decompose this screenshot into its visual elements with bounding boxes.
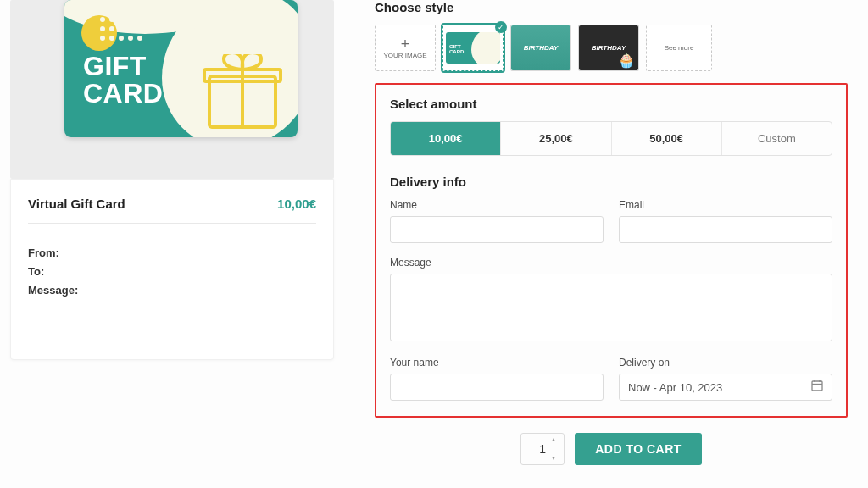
plus-icon: + xyxy=(401,36,410,52)
calendar-icon xyxy=(810,379,824,396)
summary-panel: Virtual Gift Card 10,00€ From: To: Messa… xyxy=(10,179,334,360)
see-more-label: See more xyxy=(665,44,694,52)
qty-up-icon[interactable]: ▴ xyxy=(552,436,560,443)
name-label: Name xyxy=(390,199,604,211)
amount-option-1[interactable]: 25,00€ xyxy=(501,122,611,155)
style-birthday-dark-thumb: BIRTHDAY xyxy=(579,25,638,70)
style-your-image[interactable]: + YOUR IMAGE xyxy=(375,25,436,71)
giftcard-preview: GIFT CARD xyxy=(10,0,334,179)
email-label: Email xyxy=(619,199,832,211)
check-icon: ✓ xyxy=(495,21,507,33)
gift-icon xyxy=(203,54,282,130)
your-image-label: YOUR IMAGE xyxy=(383,52,426,59)
summary-from-label: From: xyxy=(28,244,316,263)
style-see-more[interactable]: See more xyxy=(646,25,712,71)
summary-to-label: To: xyxy=(28,263,316,281)
quantity-stepper[interactable]: 1 ▴ ▾ xyxy=(520,433,565,465)
your-name-label: Your name xyxy=(390,357,604,369)
add-to-cart-button[interactable]: ADD TO CART xyxy=(575,433,702,465)
amount-option-custom[interactable]: Custom xyxy=(722,122,832,155)
message-input[interactable] xyxy=(390,274,832,341)
amount-selector: 10,00€ 25,00€ 50,00€ Custom xyxy=(390,121,832,156)
style-giftcard[interactable]: GIFTCARD ✓ xyxy=(442,25,504,71)
style-giftcard-thumb: GIFTCARD xyxy=(446,32,500,64)
svg-rect-3 xyxy=(812,381,822,391)
amount-option-2[interactable]: 50,00€ xyxy=(612,122,722,155)
name-input[interactable] xyxy=(390,216,604,243)
style-birthday-green[interactable]: BIRTHDAY xyxy=(510,25,571,71)
quantity-value: 1 xyxy=(539,442,546,456)
summary-message-label: Message: xyxy=(28,281,316,300)
highlighted-form-area: Select amount 10,00€ 25,00€ 50,00€ Custo… xyxy=(375,83,848,418)
styles-heading: Choose style xyxy=(375,0,848,14)
amount-option-0[interactable]: 10,00€ xyxy=(391,122,501,155)
amount-heading: Select amount xyxy=(390,97,832,111)
delivery-heading: Delivery info xyxy=(390,175,832,189)
product-title: Virtual Gift Card xyxy=(28,197,125,211)
giftcard-art: GIFT CARD xyxy=(64,0,298,137)
qty-down-icon[interactable]: ▾ xyxy=(552,455,560,462)
email-input[interactable] xyxy=(619,216,832,243)
card-line1: GIFT xyxy=(83,53,163,80)
delivery-on-input[interactable] xyxy=(619,374,832,401)
delivery-on-label: Delivery on xyxy=(619,357,832,369)
card-line2: CARD xyxy=(83,80,163,107)
your-name-input[interactable] xyxy=(390,374,604,401)
style-birthday-dark[interactable]: BIRTHDAY xyxy=(578,25,639,71)
product-price: 10,00€ xyxy=(277,197,316,211)
message-label: Message xyxy=(390,257,832,269)
style-birthday-green-thumb: BIRTHDAY xyxy=(511,25,570,70)
